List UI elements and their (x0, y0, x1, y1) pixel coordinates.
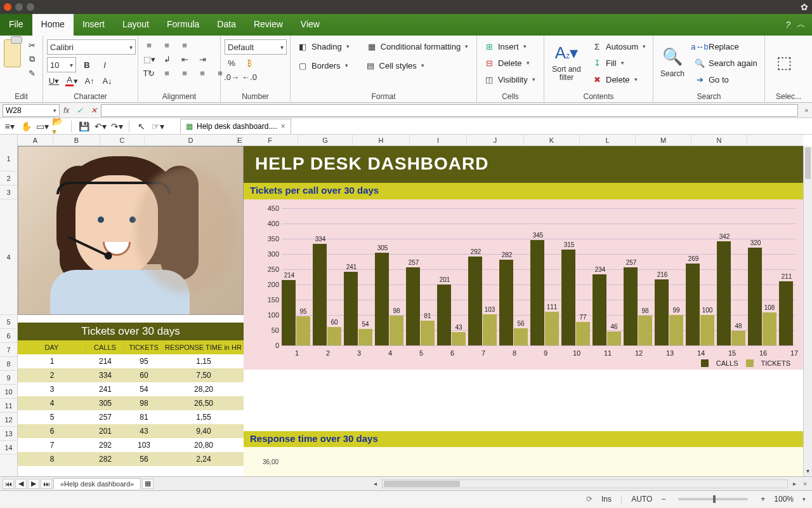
scroll-thumb[interactable] (805, 147, 811, 179)
formula-cancel-icon[interactable]: ✕ (91, 106, 97, 115)
qa-hand-icon[interactable]: ✋ (19, 120, 33, 133)
table-row[interactable]: 5257811,55 (18, 410, 244, 424)
sheet-tab-active[interactable]: «Help desk dashboard» (53, 478, 141, 489)
scroll-left-icon[interactable]: ◂ (374, 480, 377, 487)
align-right-button[interactable]: ≡ (195, 67, 209, 79)
sort-filter-button[interactable]: Az▾ Sort and filter (548, 39, 585, 85)
tab-file[interactable]: File (0, 14, 32, 36)
indent-button[interactable]: ⇤ (178, 53, 192, 65)
zoom-in-button[interactable]: + (761, 495, 765, 504)
tab-review[interactable]: Review (245, 14, 292, 36)
row-header[interactable]: 11 (0, 399, 17, 413)
window-close-button[interactable] (4, 3, 11, 11)
align-middle-button[interactable]: ≡ (160, 39, 174, 51)
conditional-formatting-button[interactable]: ▦Conditional formatting▾ (363, 39, 471, 53)
col-header[interactable]: B (53, 135, 100, 145)
qa-save-icon[interactable]: 💾 (77, 120, 91, 133)
sync-icon[interactable]: ⟳ (586, 495, 593, 504)
merge-button[interactable]: ⬚▾ (142, 53, 156, 65)
sheet-nav-prev[interactable]: ◀ (15, 479, 27, 489)
close-tab-icon[interactable]: × (281, 122, 285, 131)
sheet-nav-first[interactable]: ⏮ (3, 479, 14, 489)
col-header[interactable]: N (691, 135, 747, 145)
col-header[interactable]: G (298, 135, 353, 145)
col-header[interactable]: A (18, 135, 53, 145)
cut-button[interactable]: ✂ (25, 39, 39, 51)
tab-home[interactable]: Home (32, 14, 74, 36)
tab-view[interactable]: View (292, 14, 329, 36)
tab-layout[interactable]: Layout (114, 14, 158, 36)
fx-icon[interactable]: fx (63, 106, 69, 115)
qa-pointer-icon[interactable]: ↖ (134, 120, 148, 133)
col-header[interactable]: H (353, 135, 410, 145)
zoom-out-button[interactable]: − (661, 495, 665, 504)
row-header[interactable]: 3 (0, 185, 17, 199)
orientation-button[interactable]: T↻ (142, 67, 156, 79)
col-header[interactable]: L (580, 135, 636, 145)
zoom-menu-icon[interactable]: ▾ (802, 496, 806, 502)
paste-button[interactable] (4, 39, 21, 67)
horizontal-scrollbar[interactable]: ◂ ▸ (382, 479, 788, 488)
shading-button[interactable]: ◧Shading▾ (294, 39, 352, 53)
zoom-value[interactable]: 100% (774, 495, 794, 504)
select-button[interactable]: ⬚ (769, 39, 799, 85)
tab-data[interactable]: Data (208, 14, 245, 36)
sheet-expand-icon[interactable]: » (801, 480, 809, 487)
table-row[interactable]: 32415428,20 (18, 382, 244, 396)
table-row[interactable]: 8282562,24 (18, 452, 244, 466)
col-header[interactable]: K (524, 135, 580, 145)
sheet-nav-next[interactable]: ▶ (28, 479, 39, 489)
tab-insert[interactable]: Insert (74, 14, 114, 36)
formula-accept-icon[interactable]: ✓ (77, 106, 83, 115)
search-again-button[interactable]: 🔍Search again (691, 56, 760, 70)
row-header[interactable]: 12 (0, 413, 17, 427)
qa-new-icon[interactable]: ▭▾ (36, 120, 49, 133)
table-row[interactable]: 43059826,50 (18, 396, 244, 410)
tab-formula[interactable]: Formula (158, 14, 208, 36)
vertical-scrollbar[interactable]: ▴ ▾ (803, 146, 812, 476)
row-header[interactable]: 2 (0, 171, 17, 185)
cell-styles-button[interactable]: ▤Cell styles▾ (362, 58, 427, 72)
row-header[interactable]: 4 (0, 199, 17, 315)
sheet-add-button[interactable]: ▦ (142, 479, 154, 489)
help-icon[interactable]: ? (785, 20, 790, 30)
column-headers[interactable]: ABCDEFGHIJKLMN (18, 135, 803, 146)
font-size-combo[interactable]: 10▾ (47, 57, 76, 72)
formula-expand-icon[interactable]: » (804, 107, 808, 114)
row-header[interactable]: 6 (0, 329, 17, 343)
col-header[interactable]: D (145, 135, 237, 145)
row-header[interactable]: 5 (0, 315, 17, 329)
bold-button[interactable]: B (80, 59, 94, 70)
table-row[interactable]: 2334607,50 (18, 368, 244, 382)
col-header[interactable]: F (242, 135, 298, 145)
align-top-button[interactable]: ≡ (142, 39, 156, 51)
table-row[interactable]: 729210320,80 (18, 438, 244, 452)
name-box[interactable]: W28▾ (3, 104, 60, 117)
table-row[interactable]: 6201439,40 (18, 424, 244, 438)
col-header[interactable]: E (237, 135, 242, 145)
outdent-button[interactable]: ⇥ (195, 53, 209, 65)
font-name-combo[interactable]: Calibri▾ (47, 39, 136, 55)
col-header[interactable]: I (410, 135, 467, 145)
qa-menu-icon[interactable]: ≡▾ (3, 120, 16, 133)
col-header[interactable]: M (636, 135, 691, 145)
cells-visibility-button[interactable]: ◫Visibility▾ (481, 72, 538, 86)
window-minimize-button[interactable] (15, 3, 23, 11)
gear-icon[interactable]: ✿ (801, 2, 808, 12)
italic-button[interactable]: I (98, 59, 112, 70)
formula-input[interactable] (101, 104, 798, 117)
document-tab[interactable]: ▦ Help desk dashboard.... × (180, 119, 291, 134)
collapse-ribbon-icon[interactable]: ︿ (797, 19, 806, 30)
table-row[interactable]: 1214951,15 (18, 354, 244, 368)
decrease-font-button[interactable]: A↓ (100, 75, 114, 86)
number-format-combo[interactable]: Default▾ (225, 39, 287, 55)
underline-button[interactable]: U▾ (47, 75, 61, 86)
goto-button[interactable]: ➔Go to (691, 72, 760, 86)
scroll-right-icon[interactable]: ▸ (793, 480, 796, 487)
format-painter-button[interactable]: ✎ (25, 67, 39, 79)
zoom-slider[interactable] (678, 498, 748, 500)
row-header[interactable]: 13 (0, 427, 17, 441)
qa-open-icon[interactable]: 📂▾ (52, 120, 66, 133)
wrap-button[interactable]: ↲ (160, 53, 174, 65)
hscroll-thumb[interactable] (384, 481, 460, 487)
